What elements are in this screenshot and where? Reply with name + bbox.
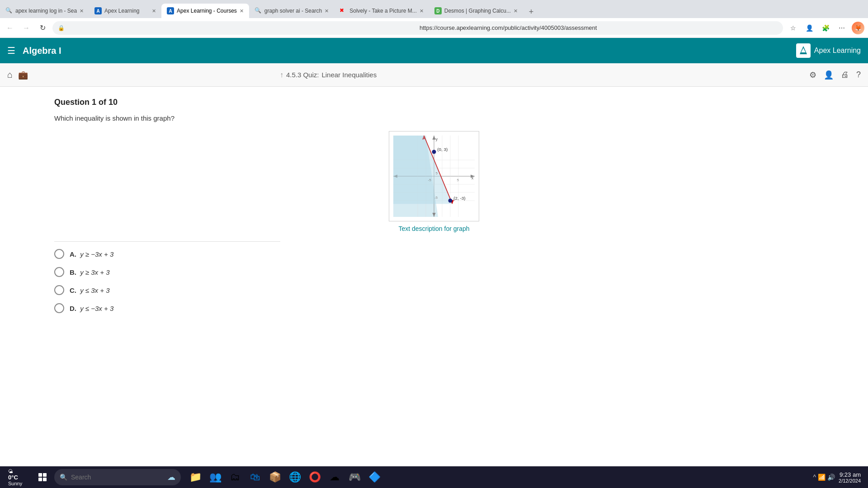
radio-d[interactable] [54,303,64,313]
tab-5-close[interactable]: ✕ [420,8,424,14]
svg-rect-32 [38,473,42,477]
tab-1-label: apex learning log in - Sea [15,8,77,14]
tab-6[interactable]: D Desmos | Graphing Calcu... ✕ [429,4,523,18]
question-header: Question 1 of 10 [54,98,814,107]
tab-3[interactable]: A Apex Learning - Courses ✕ [161,4,249,18]
address-lock-icon: 🔒 [58,25,416,31]
tab-2-close[interactable]: ✕ [152,8,156,14]
svg-text:-5: -5 [428,178,432,182]
svg-text:5: 5 [457,178,459,182]
tab-5-label: Solvely - Take a Picture M... [349,8,417,14]
tab-4[interactable]: 🔍 graph solver ai - Search ✕ [249,4,334,18]
more-options-icon[interactable]: ⋯ [835,22,848,34]
app-header: ☰ Algebra I Apex Learning [0,38,868,63]
taskbar-time[interactable]: 9:23 am 2/12/2024 [839,471,861,483]
browser-avatar[interactable]: 🦊 [852,22,864,34]
apex-logo: Apex Learning [796,43,861,58]
tab-6-favicon: D [434,7,442,14]
taskbar-icons: 📁 👥 🗂 🛍 📦 🌐 ⭕ ☁ 🎮 🔷 [186,467,383,487]
svg-rect-34 [38,478,42,481]
tab-4-close[interactable]: ✕ [325,8,329,14]
address-text: https://course.apexlearning.com/public/a… [420,24,778,31]
taskbar-search-icon: 🔍 [60,474,67,481]
taskbar-right: ^ 📶 🔊 9:23 am 2/12/2024 [813,471,864,483]
taskbar-edge-icon[interactable]: 🌐 [286,467,304,487]
radio-b[interactable] [54,267,64,277]
tab-6-close[interactable]: ✕ [514,8,518,14]
weather-icon: 🌤 [8,469,26,474]
back-button[interactable]: ← [4,22,16,34]
radio-a[interactable] [54,249,64,259]
extensions-icon[interactable]: 🧩 [819,22,832,34]
answer-option-a[interactable]: A. y ≥ −3x + 3 [54,249,814,259]
app-title: Algebra I [23,46,796,56]
chevron-up-icon[interactable]: ^ [813,474,816,481]
taskbar-explorer-icon[interactable]: 📁 [186,467,204,487]
volume-icon[interactable]: 🔊 [827,474,835,481]
answer-choices: A. y ≥ −3x + 3 B. y ≥ 3x + 3 C. y ≤ 3x +… [54,249,814,313]
address-bar[interactable]: 🔒 https://course.apexlearning.com/public… [52,21,783,35]
answer-label-c: C. y ≤ 3x + 3 [70,286,110,294]
answer-option-b[interactable]: B. y ≥ 3x + 3 [54,267,814,277]
svg-text:(0, 3): (0, 3) [437,147,448,152]
tab-2-favicon: A [94,7,102,14]
nav-bar: ← → ↻ 🔒 https://course.apexlearning.com/… [0,18,868,38]
taskbar-onedrive-icon[interactable]: ☁ [326,467,344,487]
translate-icon[interactable]: ⚙ [809,70,816,80]
tab-2-label: Apex Learning [104,8,149,14]
help-icon[interactable]: ? [856,70,861,80]
reload-button[interactable]: ↻ [36,22,49,34]
svg-text:y: y [436,137,438,141]
tab-2[interactable]: A Apex Learning ✕ [89,4,161,18]
answer-label-d: D. y ≤ −3x + 3 [70,305,113,312]
apex-logo-icon [796,43,811,58]
tab-3-close[interactable]: ✕ [240,8,244,14]
briefcase-icon[interactable]: 💼 [18,70,28,80]
taskbar-files-icon[interactable]: 🗂 [226,467,244,487]
apex-logo-text: Apex Learning [814,47,861,55]
taskbar-app2-icon[interactable]: 🔷 [365,467,383,487]
taskbar-teams-icon[interactable]: 👥 [206,467,224,487]
breadcrumb-quiz-label: 4.5.3 Quiz: [286,71,319,79]
main-content: Question 1 of 10 Which inequality is sho… [0,87,868,466]
tab-1[interactable]: 🔍 apex learning log in - Sea ✕ [0,4,89,18]
answer-option-d[interactable]: D. y ≤ −3x + 3 [54,303,814,313]
new-tab-button[interactable]: + [525,5,538,18]
divider [54,241,280,242]
profile-icon[interactable]: 👤 [803,22,816,34]
browser-chrome: 🔍 apex learning log in - Sea ✕ A Apex Le… [0,0,868,38]
radio-c[interactable] [54,285,64,295]
svg-rect-33 [43,473,47,477]
taskbar-app1-icon[interactable]: 🎮 [345,467,363,487]
breadcrumb-arrow-icon: ↑ [280,71,283,79]
tab-6-label: Desmos | Graphing Calcu... [444,8,511,14]
taskbar-store-icon[interactable]: 🛍 [246,467,264,487]
forward-button[interactable]: → [20,22,33,34]
svg-rect-35 [43,478,47,481]
graph-text-link[interactable]: Text description for graph [398,225,469,232]
taskbar-amazon-icon[interactable]: 📦 [266,467,284,487]
hamburger-menu-icon[interactable]: ☰ [7,45,15,56]
network-icon[interactable]: 📶 [818,474,826,481]
graph-svg: (0, 3) (2, -3) y x -5 5 5 -5 [389,131,479,221]
taskbar: 🌤 0°C Sunny 🔍 ☁ 📁 👥 🗂 🛍 📦 [0,466,868,488]
tab-5[interactable]: ✖ Solvely - Take a Picture M... ✕ [334,4,429,18]
clock-time: 9:23 am [839,471,861,478]
accessibility-icon[interactable]: 👤 [824,70,834,80]
taskbar-opera-icon[interactable]: ⭕ [306,467,324,487]
bookmark-icon[interactable]: ☆ [787,22,799,34]
breadcrumb: ↑ 4.5.3 Quiz: Linear Inequalities [280,71,377,79]
answer-option-c[interactable]: C. y ≤ 3x + 3 [54,285,814,295]
taskbar-sys-icons: ^ 📶 🔊 [813,474,835,481]
svg-text:5: 5 [436,171,438,175]
print-icon[interactable]: 🖨 [841,70,849,80]
taskbar-search-input[interactable] [71,474,164,481]
svg-text:x: x [472,176,474,180]
question-text: Which inequality is shown in this graph? [54,114,814,122]
start-button[interactable] [33,467,52,487]
tab-1-close[interactable]: ✕ [80,8,84,14]
taskbar-search-bar[interactable]: 🔍 ☁ [54,469,181,485]
svg-text:-5: -5 [434,196,438,200]
tab-3-favicon: A [167,7,174,14]
home-icon[interactable]: ⌂ [7,70,13,80]
